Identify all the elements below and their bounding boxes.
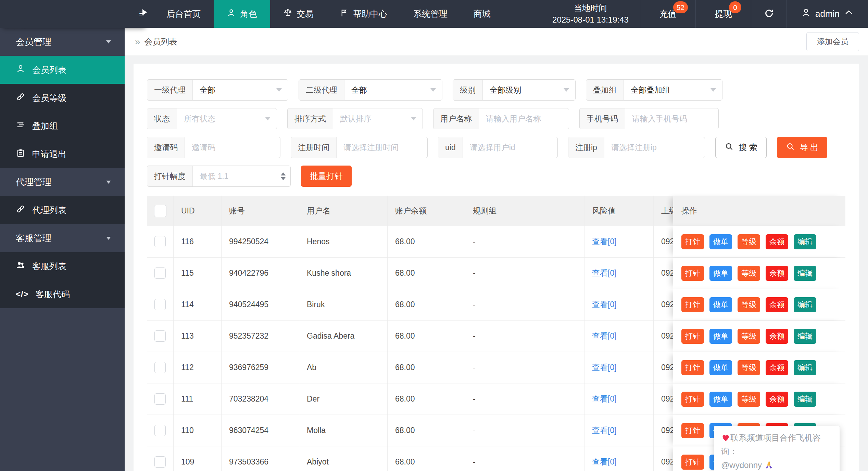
username-input[interactable] <box>486 114 553 123</box>
inject-button[interactable]: 打针 <box>681 455 704 470</box>
number-stepper[interactable] <box>281 170 286 183</box>
nav-item-mall[interactable]: 商城 <box>461 0 504 28</box>
level-button[interactable]: 等级 <box>738 297 760 312</box>
row-checkbox[interactable] <box>154 236 166 247</box>
make-order-button[interactable]: 做单 <box>709 329 732 344</box>
sidebar-item-stack-group[interactable]: 叠加组 <box>0 112 125 140</box>
status-select[interactable]: 所有状态 <box>177 108 277 129</box>
level-button[interactable]: 等级 <box>738 266 760 281</box>
reg-ip-input[interactable] <box>611 143 689 152</box>
risk-view-link[interactable]: 查看[0] <box>592 299 617 310</box>
risk-view-link[interactable]: 查看[0] <box>592 457 617 467</box>
sidebar-group-members[interactable]: 会员管理 <box>0 28 125 56</box>
balance-button[interactable]: 余额 <box>766 297 788 312</box>
agent1-select[interactable]: 全部 <box>193 80 288 100</box>
balance-button[interactable]: 余额 <box>766 234 788 249</box>
filter-label: uid <box>438 137 463 158</box>
balance-button[interactable]: 余额 <box>766 329 788 344</box>
row-checkbox[interactable] <box>154 267 166 279</box>
sidebar-group-agents[interactable]: 代理管理 <box>0 168 125 196</box>
search-button[interactable]: 搜 索 <box>715 137 767 158</box>
add-member-button[interactable]: 添加会员 <box>806 32 859 51</box>
sidebar-item-member-level[interactable]: 会员等级 <box>0 84 125 112</box>
level-button[interactable]: 等级 <box>738 360 760 375</box>
nav-item-label: 后台首页 <box>166 8 201 19</box>
cell-balance: 68.00 <box>388 320 465 352</box>
reg-time-input[interactable] <box>343 143 412 152</box>
level-button[interactable]: 等级 <box>738 392 760 407</box>
nav-item-system[interactable]: 系统管理 <box>400 0 461 28</box>
nav-item-label: 角色 <box>240 8 257 19</box>
invite-code-input[interactable] <box>192 143 264 152</box>
level-button[interactable]: 等级 <box>738 234 760 249</box>
nav-item-trade[interactable]: 交易 <box>270 0 327 28</box>
sort-select[interactable]: 默认排序 <box>333 108 423 129</box>
balance-button[interactable]: 余额 <box>766 360 788 375</box>
nav-item-role[interactable]: 角色 <box>214 0 270 28</box>
make-order-button[interactable]: 做单 <box>709 266 732 281</box>
risk-view-link[interactable]: 查看[0] <box>592 362 617 373</box>
inject-button[interactable]: 打针 <box>681 329 704 344</box>
row-checkbox[interactable] <box>154 362 166 373</box>
cell-rule-group: - <box>465 352 584 383</box>
cell-rule-group: - <box>465 226 584 257</box>
make-order-button[interactable]: 做单 <box>709 360 732 375</box>
sidebar-item-exit-request[interactable]: 申请退出 <box>0 140 125 168</box>
inject-range-input[interactable] <box>200 172 275 181</box>
row-checkbox[interactable] <box>154 299 166 310</box>
refresh-button[interactable] <box>751 0 787 28</box>
inject-button[interactable]: 打针 <box>681 297 704 312</box>
sidebar-item-support-list[interactable]: 客服列表 <box>0 252 125 280</box>
stack-group-select[interactable]: 全部叠加组 <box>624 80 722 100</box>
phone-input[interactable] <box>632 114 703 123</box>
nav-item-home[interactable]: 后台首页 <box>153 0 214 28</box>
person-icon <box>227 8 236 19</box>
batch-inject-button[interactable]: 批量打针 <box>301 166 352 187</box>
cell-actions: 打针 做单 等级 余额 编辑 <box>673 258 845 289</box>
balance-button[interactable]: 余额 <box>766 392 788 407</box>
inject-button[interactable]: 打针 <box>681 392 704 407</box>
agent2-select[interactable]: 全部 <box>344 80 442 100</box>
risk-view-link[interactable]: 查看[0] <box>592 236 617 247</box>
edit-button[interactable]: 编辑 <box>794 297 816 312</box>
withdraw-badge: 0 <box>729 1 741 13</box>
edit-button[interactable]: 编辑 <box>794 392 816 407</box>
cell-account: 963074254 <box>222 415 299 446</box>
level-select[interactable]: 全部级别 <box>483 80 575 100</box>
row-checkbox[interactable] <box>154 456 166 468</box>
uid-input[interactable] <box>470 143 542 152</box>
nav-item-help[interactable]: 帮助中心 <box>327 0 400 28</box>
row-checkbox[interactable] <box>154 425 166 436</box>
inject-button[interactable]: 打针 <box>681 360 704 375</box>
make-order-button[interactable]: 做单 <box>709 234 732 249</box>
sidebar-item-agent-list[interactable]: 代理列表 <box>0 196 125 224</box>
balance-button[interactable]: 余额 <box>766 266 788 281</box>
user-menu[interactable]: admin <box>787 0 868 28</box>
edit-button[interactable]: 编辑 <box>794 266 816 281</box>
edit-button[interactable]: 编辑 <box>794 329 816 344</box>
sidebar-group-support[interactable]: 客服管理 <box>0 224 125 252</box>
table-header: UID 账号 用户名 账户余额 规则组 风险值 上级 操作 <box>147 196 845 226</box>
edit-button[interactable]: 编辑 <box>794 360 816 375</box>
sidebar-item-support-code[interactable]: </> 客服代码 <box>0 280 125 308</box>
row-checkbox[interactable] <box>154 393 166 405</box>
inject-button[interactable]: 打针 <box>681 423 704 438</box>
risk-view-link[interactable]: 查看[0] <box>592 425 617 436</box>
recharge-menu[interactable]: 充值 52 <box>640 0 695 28</box>
select-all-checkbox[interactable] <box>154 205 166 217</box>
inject-button[interactable]: 打针 <box>681 266 704 281</box>
row-checkbox[interactable] <box>154 330 166 342</box>
edit-button[interactable]: 编辑 <box>794 234 816 249</box>
risk-view-link[interactable]: 查看[0] <box>592 331 617 341</box>
sidebar-item-member-list[interactable]: 会员列表 <box>0 56 125 84</box>
withdraw-menu[interactable]: 提现 0 <box>695 0 751 28</box>
make-order-button[interactable]: 做单 <box>709 297 732 312</box>
filter-username: 用户名称 <box>433 108 569 129</box>
make-order-button[interactable]: 做单 <box>709 392 732 407</box>
risk-view-link[interactable]: 查看[0] <box>592 268 617 278</box>
export-button[interactable]: 导 出 <box>777 137 828 158</box>
level-button[interactable]: 等级 <box>738 329 760 344</box>
cell-actions: 打针 做单 等级 余额 编辑 <box>673 289 845 320</box>
inject-button[interactable]: 打针 <box>681 234 704 249</box>
risk-view-link[interactable]: 查看[0] <box>592 394 617 404</box>
